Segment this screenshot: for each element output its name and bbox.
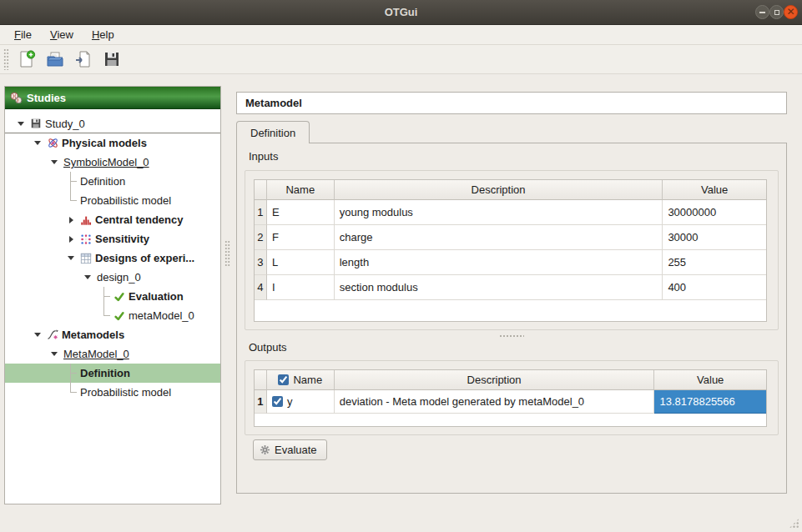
tree-item-probabilistic-model[interactable]: Probabilistic model	[5, 191, 220, 210]
import-script-icon	[73, 49, 93, 69]
panel-splitter[interactable]	[224, 240, 230, 267]
expander-icon[interactable]	[30, 325, 45, 344]
input-name-cell[interactable]: E	[267, 200, 335, 225]
input-name-cell[interactable]: F	[267, 225, 335, 250]
tree-item-central-tendency[interactable]: Central tendency	[5, 210, 220, 229]
input-name-cell[interactable]: I	[267, 275, 335, 300]
input-description-cell[interactable]: section modulus	[335, 275, 663, 300]
outputs-group: Name Description Value 1 y deviation - M…	[245, 360, 779, 435]
minimize-button[interactable]	[755, 5, 769, 19]
column-header-value[interactable]: Value	[663, 180, 766, 200]
expander-icon[interactable]	[63, 248, 78, 268]
row-number: 4	[255, 275, 267, 300]
tree-item-design-0[interactable]: design_0	[5, 268, 220, 287]
tab-definition[interactable]: Definition	[236, 121, 310, 143]
menu-help[interactable]: Help	[84, 27, 122, 43]
tree-item-study-0[interactable]: Study_0	[5, 114, 220, 133]
tree-branch	[97, 287, 112, 306]
expander-icon[interactable]	[63, 210, 78, 229]
check-icon	[112, 287, 127, 306]
column-header-description[interactable]: Description	[335, 370, 655, 390]
close-button[interactable]: ✕	[784, 5, 798, 19]
tree-item-metamodels[interactable]: Metamodels	[5, 325, 220, 344]
function-icon	[45, 325, 60, 344]
table-row[interactable]: 4 I section modulus 400	[255, 275, 766, 300]
input-value-cell[interactable]: 400	[663, 275, 766, 300]
expander-icon[interactable]	[30, 133, 45, 153]
tree-item-definition-selected[interactable]: Definition	[5, 364, 220, 383]
new-study-button[interactable]	[14, 47, 39, 72]
input-description-cell[interactable]: length	[335, 250, 663, 275]
inputs-table[interactable]: Name Description Value 1 E young modulus…	[254, 179, 767, 322]
expander-icon[interactable]	[80, 268, 95, 287]
tree-branch	[63, 172, 78, 191]
close-icon: ✕	[784, 6, 797, 18]
output-name-cell[interactable]: y	[267, 390, 335, 414]
tree-item-label: MetaModel_0	[62, 348, 129, 360]
input-value-cell[interactable]: 30000000	[663, 200, 766, 225]
column-header-name-label: Name	[293, 374, 322, 386]
input-value-cell[interactable]: 30000	[663, 225, 766, 250]
grid-icon	[78, 248, 93, 268]
sections-splitter[interactable]	[237, 334, 786, 339]
output-description-cell[interactable]: deviation - Meta model generated by meta…	[335, 390, 655, 414]
tree-item-symbolicmodel-0[interactable]: SymbolicModel_0	[5, 153, 220, 172]
tree-item-definition[interactable]: Definition	[5, 172, 220, 191]
tree-item-metamodel-0-result[interactable]: metaModel_0	[5, 306, 220, 325]
output-row-checkbox[interactable]	[272, 396, 283, 407]
save-study-icon	[103, 50, 121, 68]
expander-icon[interactable]	[63, 229, 78, 248]
tree-item-physical-models[interactable]: Physical models	[5, 133, 220, 153]
output-value-cell-selected[interactable]: 13.8178825566	[654, 390, 766, 414]
tree-item-label: design_0	[95, 271, 141, 284]
table-row[interactable]: 1 E young modulus 30000000	[255, 200, 766, 225]
tree-item-designs-of-experiments[interactable]: Designs of experi...	[5, 248, 220, 268]
table-row[interactable]: 1 y deviation - Meta model generated by …	[255, 390, 766, 414]
open-study-icon	[45, 49, 65, 69]
column-header-value[interactable]: Value	[654, 370, 766, 390]
tree-item-label: Definition	[78, 367, 130, 379]
toolbar-drag-handle[interactable]	[3, 48, 9, 70]
tree-item-evaluation[interactable]: Evaluation	[5, 287, 220, 306]
table-row[interactable]: 2 F charge 30000	[255, 225, 766, 250]
inputs-table-header: Name Description Value	[255, 180, 766, 200]
maximize-icon	[774, 10, 779, 15]
input-name-cell[interactable]: L	[267, 250, 335, 275]
input-value-cell[interactable]: 255	[663, 250, 766, 275]
tree-branch	[97, 306, 112, 325]
tree-item-label: Designs of experi...	[93, 252, 194, 264]
row-number: 1	[255, 200, 267, 225]
evaluate-button-label: Evaluate	[275, 444, 317, 456]
menu-file[interactable]: File	[7, 27, 39, 43]
outputs-table[interactable]: Name Description Value 1 y deviation - M…	[254, 369, 767, 427]
input-description-cell[interactable]: charge	[335, 225, 663, 250]
select-all-checkbox[interactable]	[278, 374, 289, 385]
tree-branch	[63, 364, 78, 383]
titlebar[interactable]: OTGui ✕	[0, 0, 802, 25]
save-study-button[interactable]	[99, 47, 124, 72]
histogram-icon	[78, 210, 93, 229]
row-number: 3	[255, 250, 267, 275]
tree-item-metamodel-0[interactable]: MetaModel_0	[5, 344, 220, 364]
window-resize-grip[interactable]	[789, 518, 799, 529]
tree-item-label: Probabilistic model	[78, 386, 171, 399]
column-header-description[interactable]: Description	[335, 180, 663, 200]
window-title: OTGui	[0, 0, 802, 25]
evaluate-button[interactable]: Evaluate	[253, 439, 327, 460]
new-study-icon	[17, 49, 37, 69]
expander-icon[interactable]	[47, 153, 62, 172]
column-header-name[interactable]: Name	[267, 370, 335, 390]
maximize-button[interactable]	[769, 5, 784, 19]
table-row[interactable]: 3 L length 255	[255, 250, 766, 275]
input-description-cell[interactable]: young modulus	[335, 200, 663, 225]
tree-item-probabilistic-model-2[interactable]: Probabilistic model	[5, 383, 220, 402]
menu-view[interactable]: View	[43, 27, 81, 43]
open-study-button[interactable]	[43, 47, 68, 72]
output-name-label: y	[287, 395, 293, 408]
menu-bar: File View Help	[0, 25, 802, 45]
column-header-name[interactable]: Name	[267, 180, 335, 200]
import-script-button[interactable]	[71, 47, 96, 72]
tree-item-sensitivity[interactable]: Sensitivity	[5, 229, 220, 248]
expander-icon[interactable]	[47, 344, 62, 364]
expander-icon[interactable]	[13, 114, 28, 133]
